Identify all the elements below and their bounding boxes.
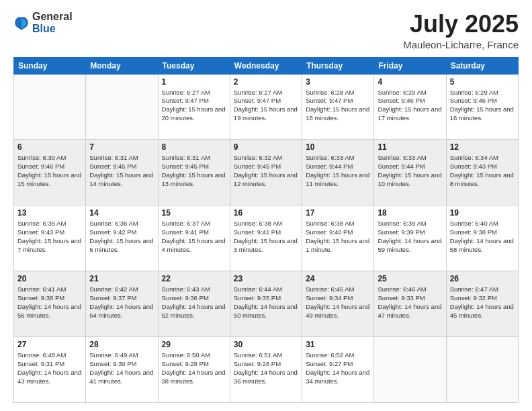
day-info: Sunrise: 6:41 AM Sunset: 9:38 PM Dayligh…	[17, 285, 82, 320]
calendar-cell: 24Sunrise: 6:45 AM Sunset: 9:34 PM Dayli…	[302, 271, 374, 337]
cell-content: 24Sunrise: 6:45 AM Sunset: 9:34 PM Dayli…	[306, 274, 370, 320]
day-number: 20	[17, 274, 82, 283]
calendar-cell: 11Sunrise: 6:33 AM Sunset: 9:44 PM Dayli…	[374, 140, 446, 205]
calendar-cell: 23Sunrise: 6:44 AM Sunset: 9:35 PM Dayli…	[230, 271, 302, 337]
day-number: 25	[378, 274, 442, 283]
cell-content: 23Sunrise: 6:44 AM Sunset: 9:35 PM Dayli…	[234, 274, 298, 320]
calendar-cell: 7Sunrise: 6:31 AM Sunset: 9:45 PM Daylig…	[86, 140, 158, 205]
cell-content: 21Sunrise: 6:42 AM Sunset: 9:37 PM Dayli…	[89, 274, 154, 320]
day-info: Sunrise: 6:38 AM Sunset: 9:40 PM Dayligh…	[306, 220, 370, 254]
calendar-cell: 12Sunrise: 6:34 AM Sunset: 9:43 PM Dayli…	[446, 140, 518, 205]
day-info: Sunrise: 6:31 AM Sunset: 9:45 PM Dayligh…	[162, 154, 226, 188]
day-info: Sunrise: 6:34 AM Sunset: 9:43 PM Dayligh…	[450, 154, 515, 188]
cell-content: 10Sunrise: 6:33 AM Sunset: 9:44 PM Dayli…	[306, 142, 370, 188]
day-number: 6	[17, 142, 82, 152]
cell-content: 25Sunrise: 6:46 AM Sunset: 9:33 PM Dayli…	[378, 274, 442, 320]
day-info: Sunrise: 6:47 AM Sunset: 9:32 PM Dayligh…	[450, 285, 515, 320]
calendar-cell: 13Sunrise: 6:35 AM Sunset: 9:43 PM Dayli…	[14, 205, 86, 271]
cell-content: 29Sunrise: 6:50 AM Sunset: 9:29 PM Dayli…	[162, 340, 226, 385]
calendar-cell: 15Sunrise: 6:37 AM Sunset: 9:41 PM Dayli…	[158, 205, 230, 271]
day-info: Sunrise: 6:42 AM Sunset: 9:37 PM Dayligh…	[89, 285, 154, 320]
cell-content: 28Sunrise: 6:49 AM Sunset: 9:30 PM Dayli…	[89, 340, 154, 385]
calendar-cell: 3Sunrise: 6:28 AM Sunset: 9:47 PM Daylig…	[302, 74, 374, 140]
calendar-cell: 6Sunrise: 6:30 AM Sunset: 9:46 PM Daylig…	[14, 140, 86, 205]
day-number: 13	[17, 208, 82, 218]
day-number: 8	[162, 142, 226, 152]
cell-content: 15Sunrise: 6:37 AM Sunset: 9:41 PM Dayli…	[162, 208, 226, 254]
day-number: 27	[17, 340, 82, 349]
cell-content: 2Sunrise: 6:27 AM Sunset: 9:47 PM Daylig…	[234, 77, 298, 123]
cell-content: 3Sunrise: 6:28 AM Sunset: 9:47 PM Daylig…	[306, 77, 370, 123]
day-number: 16	[234, 208, 298, 218]
day-info: Sunrise: 6:40 AM Sunset: 9:38 PM Dayligh…	[450, 220, 515, 254]
cell-content: 14Sunrise: 6:36 AM Sunset: 9:42 PM Dayli…	[89, 208, 154, 254]
calendar-cell: 16Sunrise: 6:38 AM Sunset: 9:41 PM Dayli…	[230, 205, 302, 271]
calendar-week-row: 13Sunrise: 6:35 AM Sunset: 9:43 PM Dayli…	[14, 205, 519, 271]
calendar-cell	[86, 74, 158, 140]
day-info: Sunrise: 6:37 AM Sunset: 9:41 PM Dayligh…	[162, 220, 226, 254]
day-number: 15	[162, 208, 226, 218]
day-header-friday: Friday	[374, 57, 446, 74]
day-number: 9	[234, 142, 298, 152]
logo-general-text: General	[32, 11, 73, 23]
cell-content: 4Sunrise: 6:29 AM Sunset: 9:46 PM Daylig…	[378, 77, 442, 123]
cell-content: 18Sunrise: 6:39 AM Sunset: 9:39 PM Dayli…	[378, 208, 442, 254]
calendar-cell: 26Sunrise: 6:47 AM Sunset: 9:32 PM Dayli…	[446, 271, 518, 337]
cell-content: 31Sunrise: 6:52 AM Sunset: 9:27 PM Dayli…	[306, 340, 370, 385]
calendar-cell: 28Sunrise: 6:49 AM Sunset: 9:30 PM Dayli…	[86, 337, 158, 403]
calendar-cell	[446, 337, 518, 403]
calendar-cell: 29Sunrise: 6:50 AM Sunset: 9:29 PM Dayli…	[158, 337, 230, 403]
page: General Blue July 2025 Mauleon-Licharre,…	[0, 0, 532, 411]
title-section: July 2025 Mauleon-Licharre, France	[403, 11, 519, 50]
calendar-cell: 2Sunrise: 6:27 AM Sunset: 9:47 PM Daylig…	[230, 74, 302, 140]
day-info: Sunrise: 6:32 AM Sunset: 9:45 PM Dayligh…	[234, 154, 298, 188]
day-header-thursday: Thursday	[302, 57, 374, 74]
calendar-table: SundayMondayTuesdayWednesdayThursdayFrid…	[13, 57, 519, 403]
day-number: 2	[234, 77, 298, 87]
day-number: 30	[234, 340, 298, 349]
day-info: Sunrise: 6:45 AM Sunset: 9:34 PM Dayligh…	[306, 285, 370, 320]
day-info: Sunrise: 6:39 AM Sunset: 9:39 PM Dayligh…	[378, 220, 442, 254]
day-info: Sunrise: 6:46 AM Sunset: 9:33 PM Dayligh…	[378, 285, 442, 320]
calendar-cell: 17Sunrise: 6:38 AM Sunset: 9:40 PM Dayli…	[302, 205, 374, 271]
calendar-cell	[14, 74, 86, 140]
cell-content: 19Sunrise: 6:40 AM Sunset: 9:38 PM Dayli…	[450, 208, 515, 254]
day-info: Sunrise: 6:27 AM Sunset: 9:47 PM Dayligh…	[162, 89, 226, 123]
day-info: Sunrise: 6:27 AM Sunset: 9:47 PM Dayligh…	[234, 89, 298, 123]
calendar-cell: 25Sunrise: 6:46 AM Sunset: 9:33 PM Dayli…	[374, 271, 446, 337]
cell-content: 27Sunrise: 6:48 AM Sunset: 9:31 PM Dayli…	[17, 340, 82, 385]
calendar-cell: 21Sunrise: 6:42 AM Sunset: 9:37 PM Dayli…	[86, 271, 158, 337]
day-number: 22	[162, 274, 226, 283]
day-header-sunday: Sunday	[14, 57, 86, 74]
calendar-cell	[374, 337, 446, 403]
cell-content: 26Sunrise: 6:47 AM Sunset: 9:32 PM Dayli…	[450, 274, 515, 320]
day-number: 5	[450, 77, 515, 87]
day-info: Sunrise: 6:35 AM Sunset: 9:43 PM Dayligh…	[17, 220, 82, 254]
day-info: Sunrise: 6:33 AM Sunset: 9:44 PM Dayligh…	[306, 154, 370, 188]
calendar-cell: 8Sunrise: 6:31 AM Sunset: 9:45 PM Daylig…	[158, 140, 230, 205]
day-number: 1	[162, 77, 226, 87]
day-number: 23	[234, 274, 298, 283]
day-number: 26	[450, 274, 515, 283]
day-info: Sunrise: 6:33 AM Sunset: 9:44 PM Dayligh…	[378, 154, 442, 188]
day-number: 3	[306, 77, 370, 87]
day-number: 28	[89, 340, 154, 349]
day-info: Sunrise: 6:51 AM Sunset: 9:28 PM Dayligh…	[234, 351, 298, 385]
day-number: 14	[89, 208, 154, 218]
day-info: Sunrise: 6:50 AM Sunset: 9:29 PM Dayligh…	[162, 351, 226, 385]
calendar-cell: 9Sunrise: 6:32 AM Sunset: 9:45 PM Daylig…	[230, 140, 302, 205]
day-info: Sunrise: 6:44 AM Sunset: 9:35 PM Dayligh…	[234, 285, 298, 320]
month-title: July 2025	[403, 11, 519, 38]
logo: General Blue	[13, 11, 73, 34]
cell-content: 22Sunrise: 6:43 AM Sunset: 9:36 PM Dayli…	[162, 274, 226, 320]
day-number: 21	[89, 274, 154, 283]
calendar-cell: 1Sunrise: 6:27 AM Sunset: 9:47 PM Daylig…	[158, 74, 230, 140]
day-info: Sunrise: 6:43 AM Sunset: 9:36 PM Dayligh…	[162, 285, 226, 320]
day-info: Sunrise: 6:49 AM Sunset: 9:30 PM Dayligh…	[89, 351, 154, 385]
cell-content: 6Sunrise: 6:30 AM Sunset: 9:46 PM Daylig…	[17, 142, 82, 188]
day-info: Sunrise: 6:52 AM Sunset: 9:27 PM Dayligh…	[306, 351, 370, 385]
day-header-wednesday: Wednesday	[230, 57, 302, 74]
day-number: 7	[89, 142, 154, 152]
cell-content: 17Sunrise: 6:38 AM Sunset: 9:40 PM Dayli…	[306, 208, 370, 254]
day-number: 17	[306, 208, 370, 218]
